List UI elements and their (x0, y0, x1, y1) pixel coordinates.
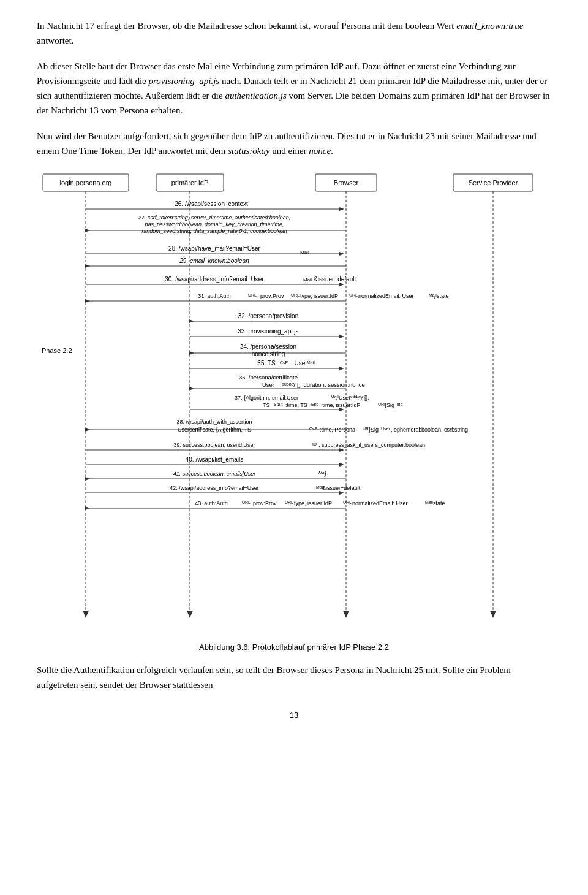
msg26: 26. /wsapi/session_context (175, 200, 248, 207)
msg37-rest4: :time, issuer:IdP (321, 402, 361, 408)
msg31-rest2: , type, issuer:IdP (297, 293, 338, 299)
msg27-line1: 27. csrf_token:string, server_time:time,… (138, 215, 291, 221)
msg43-sub1: URL (242, 500, 251, 505)
msg29: 29. email_known:boolean (179, 257, 249, 264)
msg28-sub: Mail (300, 249, 309, 255)
msg36-line2: User (262, 381, 274, 388)
msg34-line1: 34. /persona/session (240, 343, 296, 350)
diagram-svg: login.persona.org primärer IdP Browser S… (37, 169, 551, 635)
msg27-line3: random_seed:string, data_sample_rate:0-1… (141, 228, 287, 234)
msg28: 28. /wsapi/have_mail?email=User (168, 245, 260, 252)
msg31-state: , state (434, 293, 449, 299)
sequence-diagram: login.persona.org primärer IdP Browser S… (37, 169, 551, 636)
msg27-line2: has_password:boolean, domain_key_creatio… (145, 221, 284, 227)
intro-paragraph-3: Nun wird der Benutzer aufgefordert, sich… (37, 129, 551, 158)
msg38-rest1: :time, Persona (320, 427, 355, 433)
msg39: 39. success:boolean, userid:User (173, 442, 255, 448)
msg33: 33. provisioning_api.js (238, 328, 299, 335)
msg34-line2: nonce:string (252, 351, 285, 357)
msg36-line1: 36. /persona/certificate (239, 374, 298, 381)
msg38-sub1: CsP (309, 427, 318, 431)
msg38-sub3: User (381, 427, 390, 431)
msg35-sub2: Mail (307, 360, 315, 365)
diagram-caption: Abbildung 3.6: Protokollablauf primärer … (37, 642, 551, 652)
msg37-rest2: [], (364, 395, 369, 401)
msg30: 30. /wsapi/address_info?email=User (165, 276, 264, 283)
msg37-sub6: idp (397, 402, 402, 407)
msg31: 31. auth:Auth (198, 293, 231, 299)
page: In Nachricht 17 erfragt der Browser, ob … (0, 0, 588, 744)
phase-label: Phase 2.2 (42, 347, 72, 354)
msg41: 41. success:boolean, emails[User (173, 471, 257, 477)
msg37-sub4: End (311, 402, 319, 406)
page-number: 13 (37, 710, 551, 720)
msg40: 40. /wsapi/list_emails (186, 456, 243, 463)
msg36-sub1: pubkey (282, 382, 296, 387)
msg37-sub2: pubkey (349, 395, 363, 400)
msg37-sub3: Start (274, 402, 283, 406)
arrow-down-sp (490, 611, 496, 618)
msg36-rest: [], duration, session:nonce (297, 381, 365, 388)
actor-sp-label: Service Provider (469, 179, 518, 186)
msg39-sub1: ID (312, 442, 317, 446)
msg35-sub1: CsP (280, 360, 288, 365)
msg42-rest: &issuer=default (322, 485, 361, 491)
msg43-rest3: , normalizedEmail: User (349, 500, 408, 506)
msg37-rest1: , User (336, 395, 350, 401)
msg41-rest: ] (324, 471, 326, 477)
arrow-down-idp (187, 611, 193, 618)
msg37-line1: 37. {Algorithm, email:User (235, 395, 298, 401)
msg38-line1: 38. /wsapi/auth_with_assertion (176, 419, 252, 425)
msg38-line2: Usercertificate, {Algorithm, TS (178, 427, 251, 433)
actor-browser-label: Browser (334, 179, 359, 186)
msg31-rest3: , normalizedEmail: User (355, 293, 414, 299)
actor-login-label: login.persona.org (59, 179, 111, 186)
msg42: 42. /wsapi/address_info?email=User (170, 485, 258, 491)
msg43-rest1: , prov:Prov (250, 500, 277, 506)
msg31-rest: , prov:Prov (257, 293, 284, 299)
outro-paragraph: Sollte die Authentifikation erfolgreich … (37, 663, 551, 692)
msg43-state: , state (430, 500, 445, 506)
msg37-rest3: :time, TS (285, 402, 307, 408)
msg31-sub1: URL (248, 293, 257, 297)
msg30-rest: &issuer=default (314, 276, 356, 283)
msg38-rest2: }Sig (369, 427, 379, 433)
msg43-rest2: , type, issuer:IdP (291, 500, 332, 506)
msg37-line2: TS (263, 402, 270, 408)
msg39-rest: , suppress_ask_if_users_computer:boolean (318, 442, 425, 448)
intro-paragraph-1: In Nachricht 17 erfragt der Browser, ob … (37, 18, 551, 48)
arrow-down-browser (343, 611, 349, 618)
msg32: 32. /persona/provision (238, 313, 298, 319)
msg43: 43. auth:Auth (195, 500, 228, 506)
msg35: 35. TS (257, 360, 276, 367)
msg35-rest: , User (291, 360, 307, 367)
intro-paragraph-2: Ab dieser Stelle baut der Browser das er… (37, 59, 551, 118)
actor-idp-label: primärer IdP (172, 179, 209, 186)
msg37-rest5: }Sig (385, 402, 394, 408)
msg30-sub1: Mail (303, 277, 312, 283)
arrow-down-login (83, 611, 89, 618)
msg38-rest3: , ephemeral:boolean, csrf:string (391, 427, 468, 433)
